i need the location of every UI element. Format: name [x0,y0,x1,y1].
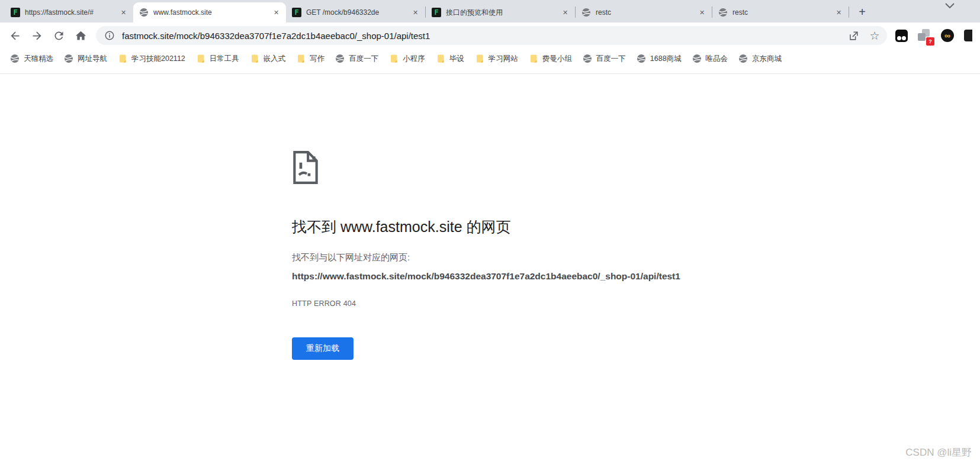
extension-badge: ? [926,37,934,46]
bookmark-baidu-2[interactable]: 百度一下 [577,51,631,66]
bookmark-nav-site[interactable]: 网址导航 [59,51,113,66]
bookmark-label: 小程序 [403,54,425,64]
folder-icon [475,54,484,63]
folder-icon [529,54,538,63]
bookmark-label: 学习网站 [489,54,518,64]
close-icon[interactable]: ✕ [560,8,570,18]
close-icon[interactable]: ✕ [118,8,128,18]
extension-infinity-icon[interactable]: ∞ [941,29,954,42]
extension-dots-icon[interactable] [895,30,908,42]
back-button[interactable] [5,25,25,46]
error-message: 找不到与以下网址对应的网页: [292,252,695,263]
globe-favicon [581,8,591,17]
globe-favicon [718,8,728,17]
address-bar[interactable]: fastmock.site/mock/b946332dea3707f1e7a2d… [96,26,887,45]
tab-title: www.fastmock.site [153,8,268,17]
bookmark-label: 天猫精选 [24,54,53,64]
close-icon[interactable]: ✕ [697,8,707,18]
close-icon[interactable]: ✕ [410,8,420,18]
error-container: 找不到 www.fastmock.site 的网页 找不到与以下网址对应的网页:… [292,151,695,360]
arrow-forward-icon [31,30,43,42]
forward-button[interactable] [27,25,47,46]
bookmark-folder-writing[interactable]: 写作 [291,51,330,66]
globe-favicon [139,8,149,17]
csdn-watermark: CSDN @li星野 [905,446,972,459]
bookmark-label: 百度一下 [596,54,626,64]
tab-separator [849,7,849,18]
home-icon [75,30,87,42]
fastmock-favicon: F [11,8,20,17]
page-content: 找不到 www.fastmock.site 的网页 找不到与以下网址对应的网页:… [0,73,980,464]
extension-area: ? ∞ [895,29,966,42]
chevron-down-icon[interactable] [944,1,955,11]
globe-icon [335,54,345,63]
tab-title: restc [596,8,693,17]
tab-fastmock-home[interactable]: F https://fastmock.site/# ✕ [5,2,133,22]
reload-icon [53,30,65,42]
bookmark-folder-embedded[interactable]: 嵌入式 [245,51,291,66]
error-code: HTTP ERROR 404 [292,299,695,308]
fastmock-favicon: F [432,8,441,17]
bookmark-folder-feynman-group[interactable]: 费曼小组 [523,51,577,66]
tab-restc-2[interactable]: restc ✕ [712,2,849,22]
folder-icon [196,54,205,63]
bookmark-label: 京东商城 [752,54,782,64]
tab-api-preview[interactable]: F 接口的预览和使用 ✕ [426,2,575,22]
bookmark-label: 日常工具 [210,54,239,64]
reload-button[interactable] [49,25,69,46]
tab-title: https://fastmock.site/# [25,8,115,17]
bookmark-label: 费曼小组 [542,54,572,64]
extension-puzzle-icon[interactable]: ? [918,29,931,42]
bookmark-label: 毕设 [449,54,464,64]
bookmark-label: 嵌入式 [264,54,286,64]
bookmarks-bar: 天猫精选 网址导航 学习技能202112 日常工具 嵌入式 写作 百度一下 小程… [0,49,980,69]
bookmark-jd-mall[interactable]: 京东商城 [733,51,787,66]
bookmark-star-icon[interactable]: ☆ [868,29,881,42]
tab-restc-1[interactable]: restc ✕ [576,2,712,22]
bookmark-tmall[interactable]: 天猫精选 [5,51,59,66]
globe-icon [738,54,748,63]
reload-page-button[interactable]: 重新加载 [292,337,354,360]
bookmark-folder-graduation[interactable]: 毕设 [430,51,470,66]
folder-icon [250,54,259,63]
extension-clipped-icon[interactable] [964,30,972,41]
sad-file-icon [292,151,319,184]
bookmark-label: 网址导航 [78,54,107,64]
url-text[interactable]: fastmock.site/mock/b946332dea3707f1e7a2d… [122,31,847,41]
page-info-icon[interactable] [103,29,116,42]
globe-icon [64,54,73,63]
bookmark-folder-learning-sites[interactable]: 学习网站 [470,51,523,66]
arrow-back-icon [9,30,21,42]
error-url: https://www.fastmock.site/mock/b946332de… [292,268,690,285]
tab-get-mock[interactable]: F GET /mock/b946332de ✕ [286,2,425,22]
bookmark-label: 写作 [310,54,324,64]
tab-strip: F https://fastmock.site/# ✕ www.fastmock… [0,0,980,22]
bookmark-1688-mall[interactable]: 1688商城 [631,51,687,66]
folder-icon [118,54,127,63]
bookmark-label: 百度一下 [349,54,378,64]
bookmark-baidu-1[interactable]: 百度一下 [330,51,384,66]
close-icon[interactable]: ✕ [271,8,281,18]
share-icon[interactable] [847,29,860,42]
globe-icon [692,54,702,63]
bookmark-folder-daily-tools[interactable]: 日常工具 [191,51,245,66]
tab-title: GET /mock/b946332de [306,8,407,17]
tab-title: 接口的预览和使用 [446,8,557,18]
bookmark-label: 唯品会 [706,54,728,64]
bookmark-label: 1688商城 [650,54,682,64]
close-icon[interactable]: ✕ [834,8,844,18]
bookmark-folder-miniprogram[interactable]: 小程序 [384,51,430,66]
bookmark-folder-study-skills[interactable]: 学习技能202112 [113,51,191,66]
folder-icon [436,54,445,63]
globe-icon [10,54,20,63]
bookmark-label: 学习技能202112 [131,54,185,64]
tab-title: restc [732,8,830,17]
folder-icon [296,54,306,63]
tab-error-page[interactable]: www.fastmock.site ✕ [133,2,286,22]
folder-icon [389,54,399,63]
globe-icon [637,54,646,63]
browser-toolbar: fastmock.site/mock/b946332dea3707f1e7a2d… [0,22,980,49]
bookmark-vipshop[interactable]: 唯品会 [687,51,734,66]
home-button[interactable] [70,25,91,46]
new-tab-button[interactable]: + [854,4,870,20]
